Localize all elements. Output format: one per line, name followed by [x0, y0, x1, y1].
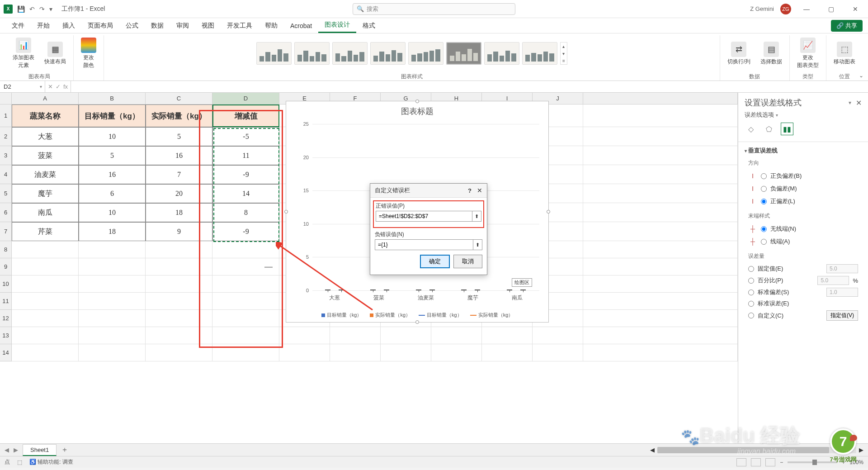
chart-style-thumb[interactable]: [294, 42, 330, 65]
radio-input[interactable]: [761, 239, 767, 245]
pane-option[interactable]: Ⅰ 正偏差(L): [745, 195, 862, 208]
accessibility-status[interactable]: ♿ 辅助功能: 调查: [29, 458, 73, 466]
chart-title[interactable]: 图表标题: [286, 101, 548, 119]
cancel-button[interactable]: 取消: [453, 255, 482, 268]
section-vertical-error-bar[interactable]: 垂直误差线: [745, 147, 862, 155]
cell[interactable]: [12, 344, 79, 361]
dialog-titlebar[interactable]: 自定义错误栏 ? ✕: [370, 184, 487, 198]
tab-acrobat[interactable]: Acrobat: [284, 18, 318, 33]
cell[interactable]: [212, 344, 279, 361]
cell[interactable]: 18: [146, 203, 212, 222]
user-name[interactable]: Z Gemini: [750, 5, 774, 12]
range-picker-icon[interactable]: ⬆: [473, 239, 482, 250]
cell[interactable]: [279, 344, 330, 361]
cell[interactable]: [583, 127, 738, 146]
cell[interactable]: 10: [79, 127, 146, 146]
cell[interactable]: 8: [212, 203, 279, 222]
radio-input[interactable]: [748, 301, 754, 307]
cell[interactable]: [79, 241, 146, 258]
negative-error-input[interactable]: [375, 239, 473, 250]
cell[interactable]: [431, 327, 482, 344]
cancel-icon[interactable]: ✕: [48, 83, 53, 90]
cell[interactable]: 10: [79, 203, 146, 222]
chart-legend[interactable]: 目标销量（kg）实际销量（kg）目标销量（kg）实际销量（kg）: [286, 312, 548, 318]
cell[interactable]: [79, 327, 146, 344]
cell[interactable]: [583, 222, 738, 241]
header-cell[interactable]: 蔬菜名称: [12, 104, 79, 127]
save-icon[interactable]: 💾: [17, 5, 25, 13]
cell[interactable]: 菠菜: [12, 146, 79, 165]
cell[interactable]: 18: [79, 222, 146, 241]
pane-option[interactable]: 标准偏差(S): [745, 286, 862, 298]
sheet-nav-next-icon[interactable]: ▶: [14, 446, 18, 453]
cell[interactable]: [146, 241, 212, 258]
row-header[interactable]: 4: [0, 165, 12, 184]
pane-option[interactable]: Ⅰ 负偏差(M): [745, 182, 862, 195]
page-layout-view-icon[interactable]: [751, 458, 761, 466]
fill-line-icon[interactable]: ◇: [745, 123, 757, 135]
cell[interactable]: —: [212, 258, 279, 275]
cell[interactable]: [583, 310, 738, 327]
chart-style-thumb[interactable]: [522, 42, 557, 65]
cell[interactable]: [583, 104, 738, 127]
normal-view-icon[interactable]: [736, 458, 746, 466]
cell[interactable]: 油麦菜: [12, 165, 79, 184]
dialog-help-icon[interactable]: ?: [468, 187, 472, 194]
collapse-ribbon-icon[interactable]: ⌄: [859, 72, 863, 79]
chart-style-thumb-selected[interactable]: [446, 42, 481, 65]
cell[interactable]: [431, 344, 482, 361]
cell[interactable]: [146, 310, 212, 327]
quick-layout-button[interactable]: ▦ 快速布局: [41, 40, 70, 67]
pane-value-input[interactable]: [826, 288, 858, 297]
chart-style-thumb[interactable]: [408, 42, 443, 65]
tab-insert[interactable]: 插入: [56, 18, 81, 33]
select-all-corner[interactable]: [0, 93, 12, 104]
row-header[interactable]: 12: [0, 310, 12, 327]
row-header[interactable]: 11: [0, 293, 12, 310]
cell[interactable]: 16: [79, 165, 146, 184]
cell[interactable]: [12, 275, 79, 293]
cell[interactable]: [212, 310, 279, 327]
worksheet[interactable]: A B C D E F G H I J 1 蔬菜名称 目标销量（kg） 实际销量…: [0, 93, 738, 443]
cell[interactable]: [330, 344, 381, 361]
col-header-B[interactable]: B: [79, 93, 146, 104]
ok-button[interactable]: 确定: [420, 255, 450, 268]
cell[interactable]: [79, 258, 146, 275]
zoom-in-icon[interactable]: +: [842, 459, 845, 465]
cell[interactable]: 芹菜: [12, 222, 79, 241]
tab-help[interactable]: 帮助: [259, 18, 284, 33]
cell[interactable]: [583, 203, 738, 222]
cell[interactable]: [12, 241, 79, 258]
cell[interactable]: [482, 327, 533, 344]
horizontal-scrollbar[interactable]: ◀ ▶: [650, 446, 863, 453]
pane-option[interactable]: 自定义(C)指定值(V): [745, 309, 862, 322]
fx-icon[interactable]: fx: [63, 83, 68, 90]
pane-value-input[interactable]: [826, 264, 858, 273]
maximize-button[interactable]: ▢: [822, 5, 840, 13]
cell[interactable]: [146, 344, 212, 361]
redo-icon[interactable]: ↷: [39, 5, 45, 13]
close-button[interactable]: ✕: [846, 5, 864, 13]
select-data-button[interactable]: ▤ 选择数据: [757, 40, 786, 67]
cell[interactable]: -9: [212, 165, 279, 184]
radio-input[interactable]: [761, 186, 767, 192]
scroll-left-icon[interactable]: ◀: [650, 446, 655, 453]
pane-subtitle[interactable]: 误差线选项: [745, 111, 862, 119]
cell[interactable]: [583, 165, 738, 184]
cell[interactable]: 5: [79, 146, 146, 165]
share-button[interactable]: 🔗共享: [831, 20, 863, 32]
cell[interactable]: [533, 344, 583, 361]
zoom-level[interactable]: 100%: [849, 459, 863, 465]
cell[interactable]: [583, 146, 738, 165]
header-cell[interactable]: 目标销量（kg）: [79, 104, 146, 127]
cell[interactable]: [381, 344, 431, 361]
row-header[interactable]: 8: [0, 241, 12, 258]
scrollbar-thumb[interactable]: [657, 447, 829, 453]
row-header[interactable]: 3: [0, 146, 12, 165]
switch-row-col-button[interactable]: ⇄ 切换行/列: [724, 40, 754, 67]
cell[interactable]: [279, 327, 330, 344]
col-header-A[interactable]: A: [12, 93, 79, 104]
radio-input[interactable]: [761, 226, 767, 232]
cell[interactable]: 5: [146, 127, 212, 146]
cell[interactable]: [79, 275, 146, 293]
